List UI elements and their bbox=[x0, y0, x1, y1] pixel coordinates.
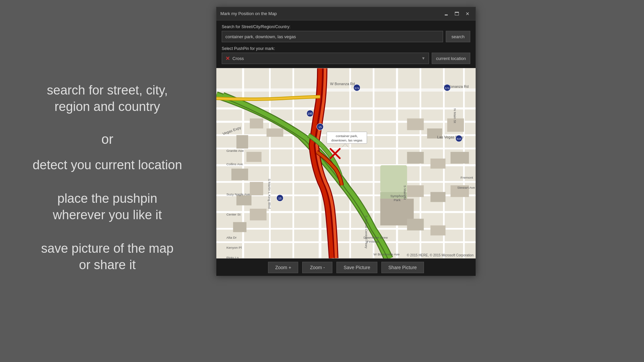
svg-rect-31 bbox=[250, 182, 263, 195]
map-container[interactable]: W Bonanza Rd W Bonanza Rd Vegas Expy Las… bbox=[216, 68, 476, 258]
zoom-in-button[interactable]: Zoom + bbox=[268, 262, 298, 273]
svg-rect-34 bbox=[233, 222, 247, 232]
pushpin-value: Cross bbox=[232, 56, 244, 61]
svg-text:S Grand Central Pkwy: S Grand Central Pkwy bbox=[365, 216, 368, 249]
instruction-location: detect you current location bbox=[33, 157, 182, 173]
svg-rect-35 bbox=[407, 118, 424, 130]
svg-rect-45 bbox=[430, 226, 445, 236]
svg-rect-30 bbox=[231, 169, 248, 180]
svg-text:N Main St: N Main St bbox=[453, 108, 457, 123]
map-svg: W Bonanza Rd W Bonanza Rd Vegas Expy Las… bbox=[216, 68, 476, 258]
instruction-or: or bbox=[101, 132, 113, 147]
svg-text:Center St: Center St bbox=[226, 213, 240, 216]
maximize-button[interactable]: 🗖 bbox=[453, 10, 461, 18]
svg-rect-44 bbox=[407, 219, 424, 231]
pushpin-dropdown[interactable]: ✕ Cross ▼ bbox=[222, 53, 429, 64]
close-button[interactable]: ✕ bbox=[464, 10, 472, 18]
svg-text:15: 15 bbox=[318, 125, 322, 129]
svg-text:S Main St: S Main St bbox=[403, 185, 407, 200]
pushpin-label: Select PushPin for your mark: bbox=[222, 46, 470, 51]
svg-text:Park: Park bbox=[394, 198, 401, 202]
svg-rect-27 bbox=[267, 128, 283, 137]
svg-text:Kenyon Pl: Kenyon Pl bbox=[226, 246, 241, 249]
save-picture-button[interactable]: Save Picture bbox=[336, 262, 377, 273]
svg-text:579: 579 bbox=[355, 87, 359, 90]
svg-rect-39 bbox=[430, 159, 445, 169]
controls-area: Search for Street/City/Region/Country: s… bbox=[216, 20, 476, 68]
share-picture-button[interactable]: Share Picture bbox=[381, 262, 424, 273]
svg-rect-40 bbox=[450, 152, 469, 164]
svg-text:W Bonneville Ave: W Bonneville Ave bbox=[374, 252, 400, 256]
current-location-button[interactable]: current location bbox=[432, 53, 470, 64]
svg-text:Alta Dr: Alta Dr bbox=[226, 236, 237, 239]
svg-text:container park,: container park, bbox=[336, 134, 358, 138]
dropdown-arrow-icon: ▼ bbox=[421, 56, 425, 61]
svg-rect-42 bbox=[430, 192, 445, 202]
svg-text:579: 579 bbox=[445, 87, 450, 90]
svg-rect-32 bbox=[236, 195, 252, 205]
search-input[interactable] bbox=[222, 31, 443, 42]
app-window: Mark my Position on the Map 🗕 🗖 ✕ Search… bbox=[216, 7, 476, 275]
svg-text:Stewart Ave: Stewart Ave bbox=[457, 186, 475, 189]
pushpin-row: ✕ Cross ▼ current location bbox=[222, 53, 470, 64]
search-button[interactable]: search bbox=[446, 31, 470, 42]
svg-rect-26 bbox=[250, 118, 263, 128]
svg-text:Suzy Nagle Ave: Suzy Nagle Ave bbox=[226, 192, 250, 196]
svg-text:Fremont: Fremont bbox=[461, 176, 473, 179]
title-bar-controls: 🗕 🗖 ✕ bbox=[442, 10, 472, 18]
svg-text:S Martin L King Blvd: S Martin L King Blvd bbox=[268, 179, 271, 209]
svg-text:Granite Ave: Granite Ave bbox=[226, 149, 244, 153]
map-copyright: © 2015 HERE, © 2015 Microsoft Corporatio… bbox=[407, 253, 474, 257]
window-title: Mark my Position on the Map bbox=[220, 11, 277, 16]
search-row: search bbox=[222, 31, 470, 42]
svg-text:195: 195 bbox=[308, 112, 313, 115]
svg-rect-38 bbox=[407, 152, 424, 164]
svg-text:15: 15 bbox=[278, 197, 282, 200]
zoom-out-button[interactable]: Zoom - bbox=[302, 262, 332, 273]
svg-rect-28 bbox=[236, 135, 248, 148]
svg-text:Festival: Festival bbox=[367, 240, 378, 243]
cross-icon: ✕ bbox=[225, 55, 230, 62]
minimize-button[interactable]: 🗕 bbox=[442, 10, 450, 18]
svg-text:515: 515 bbox=[457, 137, 461, 140]
svg-text:Collins Ave: Collins Ave bbox=[226, 162, 243, 166]
bottom-toolbar: Zoom + Zoom - Save Picture Share Picture bbox=[216, 258, 476, 276]
svg-rect-33 bbox=[250, 209, 267, 221]
svg-text:Pinto Ln: Pinto Ln bbox=[226, 256, 239, 258]
svg-text:downtown, las vegas: downtown, las vegas bbox=[331, 138, 363, 142]
svg-text:W Bonanza Rd: W Bonanza Rd bbox=[330, 82, 355, 86]
left-panel: search for street, city,region and count… bbox=[0, 0, 215, 362]
instruction-save: save picture of the mapor share it bbox=[41, 240, 174, 274]
instruction-pushpin: place the pushpinwherever you like it bbox=[53, 190, 162, 224]
title-bar: Mark my Position on the Map 🗕 🗖 ✕ bbox=[216, 7, 476, 20]
instruction-search: search for street, city,region and count… bbox=[47, 82, 168, 115]
svg-rect-29 bbox=[247, 152, 262, 162]
search-label: Search for Street/City/Region/Country: bbox=[222, 24, 470, 29]
svg-rect-41 bbox=[407, 185, 424, 197]
